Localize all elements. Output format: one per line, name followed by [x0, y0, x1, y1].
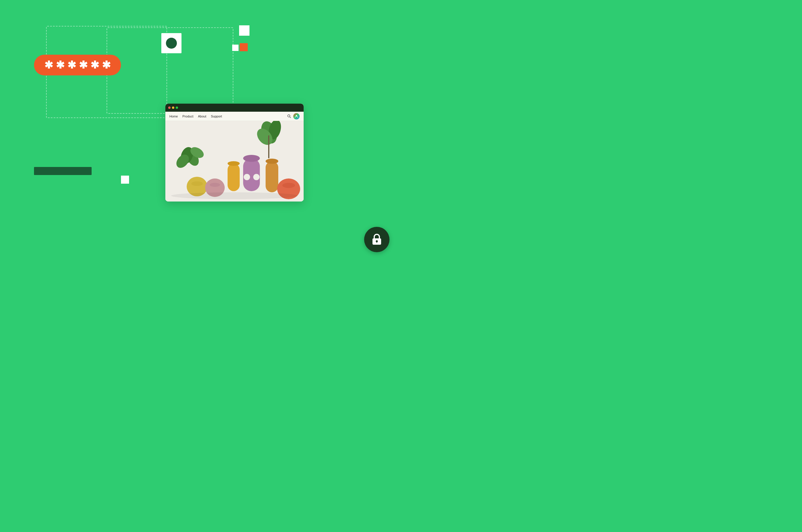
svg-point-25 [282, 183, 295, 188]
browser-mockup: Home Product About Support [165, 103, 304, 202]
svg-point-20 [253, 174, 259, 180]
password-asterisk-6: ✱ [102, 60, 111, 70]
browser-content [165, 121, 304, 202]
password-asterisk-2: ✱ [56, 60, 65, 70]
nav-link-product[interactable]: Product [182, 115, 193, 118]
svg-rect-22 [266, 161, 278, 192]
password-asterisk-5: ✱ [90, 60, 99, 70]
svg-point-13 [191, 182, 203, 186]
search-icon[interactable] [287, 114, 291, 118]
password-asterisk-1: ✱ [44, 60, 53, 70]
svg-point-26 [171, 192, 298, 199]
svg-point-19 [244, 174, 250, 180]
nav-link-support[interactable]: Support [211, 115, 222, 118]
svg-rect-7 [268, 135, 269, 158]
decorative-white-square-bottom [121, 176, 129, 184]
decorative-dark-circle [166, 38, 177, 49]
password-asterisk-4: ✱ [79, 60, 88, 70]
traffic-light-yellow [172, 107, 174, 109]
svg-point-21 [243, 155, 260, 162]
browser-titlebar [165, 103, 304, 112]
svg-point-15 [210, 183, 220, 187]
browser-navbar: Home Product About Support [165, 112, 304, 121]
traffic-light-green [176, 107, 178, 109]
password-pill: ✱ ✱ ✱ ✱ ✱ ✱ [34, 55, 121, 75]
nav-icons [287, 113, 299, 119]
decorative-white-square-mid [232, 45, 238, 51]
svg-point-17 [227, 161, 240, 166]
lock-circle-button[interactable] [364, 227, 389, 252]
decorative-dark-bar [34, 167, 92, 175]
decorative-white-square-circle [161, 33, 182, 53]
svg-rect-29 [377, 241, 377, 243]
nav-link-about[interactable]: About [198, 115, 206, 118]
traffic-light-red [168, 107, 170, 109]
decorative-white-square-top [239, 25, 250, 36]
svg-point-23 [266, 159, 278, 164]
password-asterisk-3: ✱ [68, 60, 76, 70]
lock-icon [371, 233, 382, 246]
decorative-orange-square [240, 43, 248, 51]
svg-line-1 [290, 117, 291, 118]
svg-rect-16 [227, 164, 240, 191]
nav-link-home[interactable]: Home [169, 115, 178, 118]
vase-scene-illustration [165, 121, 304, 202]
cart-user-avatar[interactable] [293, 113, 299, 119]
